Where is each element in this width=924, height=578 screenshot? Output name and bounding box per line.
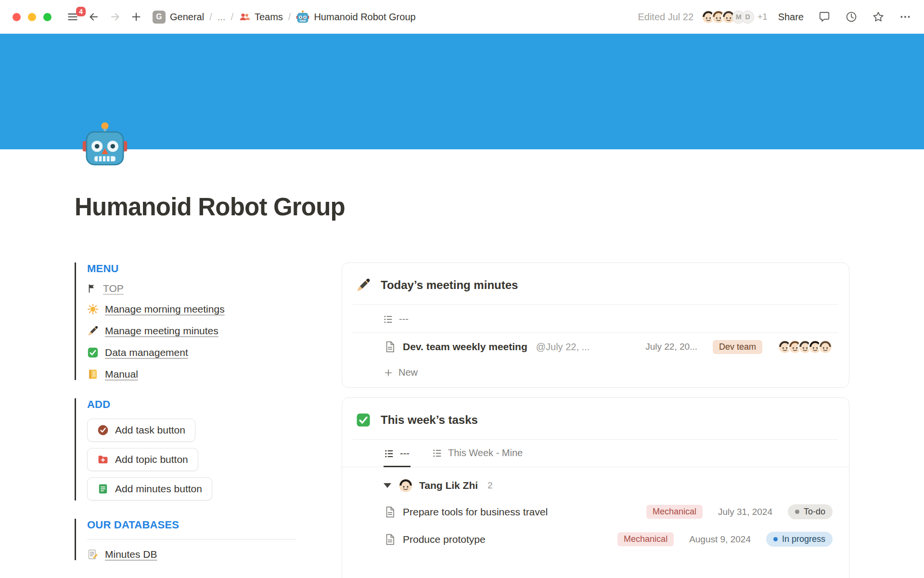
- menu-link-meeting-minutes[interactable]: Manage meeting minutes: [87, 325, 296, 337]
- memo-icon: [87, 549, 99, 560]
- sun-icon: [87, 303, 99, 315]
- card-overflow-spacer: [342, 553, 849, 578]
- category-tag: Mechanical: [646, 505, 703, 519]
- task-title: Produce prototype: [403, 534, 486, 545]
- clock-icon[interactable]: [845, 11, 858, 23]
- button-label: Add topic button: [115, 454, 188, 465]
- sidebar-toggle-button[interactable]: 4: [64, 8, 81, 26]
- add-heading: ADD: [87, 398, 296, 411]
- presence-avatars: M D +1: [701, 10, 768, 24]
- status-dot-icon: [773, 537, 778, 541]
- star-icon[interactable]: [872, 11, 885, 23]
- view-tab-label: This Week - Mine: [448, 447, 523, 459]
- close-window-button[interactable]: [13, 13, 21, 21]
- meeting-date: July 22, 20...: [645, 342, 697, 352]
- breadcrumb-label: ...: [218, 12, 226, 23]
- writing-hand-icon: [87, 325, 99, 337]
- button-label: Add task button: [115, 424, 185, 436]
- meeting-minutes-card-header[interactable]: Today’s meeting minutes: [342, 263, 849, 304]
- writing-hand-icon: [356, 277, 371, 293]
- weekly-tasks-card-header[interactable]: This week’s tasks: [342, 398, 849, 439]
- task-row-properties: Mechanical July 31, 2024 To-do: [646, 504, 833, 519]
- new-row-button[interactable]: New: [342, 361, 849, 387]
- breadcrumb-item-general[interactable]: G General: [153, 11, 204, 24]
- view-tab-label: ---: [400, 448, 410, 459]
- list-view-icon: [384, 315, 393, 324]
- page-icon-robot[interactable]: [81, 121, 128, 169]
- forward-button[interactable]: [106, 8, 124, 26]
- view-tab-label: ---: [399, 314, 409, 325]
- green-note-icon: [97, 483, 109, 495]
- menu-link-top[interactable]: TOP: [87, 283, 296, 294]
- status-label: To-do: [804, 507, 825, 517]
- right-column: Today’s meeting minutes --- Dev. team we…: [342, 263, 849, 578]
- plus-icon: [130, 11, 142, 23]
- presence-overflow-count[interactable]: +1: [757, 12, 768, 22]
- menu-heading: MENU: [87, 263, 296, 275]
- due-date: August 9, 2024: [689, 534, 751, 545]
- user-avatar-letter[interactable]: D: [741, 11, 754, 24]
- breadcrumb-item-teams[interactable]: Teams: [239, 11, 283, 23]
- menu-link-data-management[interactable]: Data management: [87, 347, 296, 358]
- red-folder-icon: [97, 454, 109, 465]
- ledger-icon: [87, 368, 99, 380]
- status-badge: To-do: [788, 504, 833, 519]
- robot-icon: [296, 10, 309, 24]
- breadcrumb-item-page[interactable]: Humanoid Robot Group: [296, 10, 415, 24]
- view-tab-this-week-mine[interactable]: This Week - Mine: [432, 440, 524, 467]
- page-icon: [384, 341, 396, 353]
- left-column: MENU TOP Manage morning meetings Manage …: [75, 263, 296, 578]
- view-tabs: --- This Week - Mine: [342, 440, 849, 467]
- breadcrumb-label: Humanoid Robot Group: [314, 12, 415, 23]
- category-tag: Mechanical: [617, 532, 674, 546]
- titlebar-actions: [818, 11, 911, 23]
- back-arrow-icon: [88, 11, 100, 23]
- menu-link-morning-meetings[interactable]: Manage morning meetings: [87, 303, 296, 315]
- status-label: In progress: [782, 534, 825, 544]
- ellipsis-icon[interactable]: [899, 11, 911, 23]
- new-row-label: New: [398, 367, 418, 378]
- back-button[interactable]: [85, 8, 103, 26]
- add-minutes-button[interactable]: Add minutes button: [87, 477, 212, 500]
- databases-section: OUR DATABASES Minutes DB: [75, 519, 296, 560]
- menu-link-manual[interactable]: Manual: [87, 368, 296, 380]
- menu-link-label: Manual: [105, 368, 138, 380]
- weekly-tasks-card: This week’s tasks --- This Week - Mine: [342, 397, 849, 578]
- attendee-avatar[interactable]: [818, 340, 833, 354]
- database-link-label: Minutes DB: [105, 549, 157, 560]
- linked-view-tab[interactable]: ---: [342, 305, 849, 332]
- meeting-row[interactable]: Dev. team weekly meeting @July 22, ... J…: [342, 333, 849, 361]
- add-task-button[interactable]: Add task button: [87, 419, 195, 442]
- menu-section: MENU TOP Manage morning meetings Manage …: [75, 263, 296, 380]
- meeting-row-properties: July 22, 20... Dev team: [645, 340, 833, 354]
- collapse-toggle-icon[interactable]: [384, 483, 391, 488]
- notification-badge: 4: [76, 7, 86, 16]
- breadcrumb: G General / ... / Teams / Humanoid Robot…: [153, 10, 416, 24]
- share-button[interactable]: Share: [778, 12, 804, 23]
- comment-icon[interactable]: [818, 11, 831, 23]
- add-section: ADD Add task button Add topic button Add…: [75, 398, 296, 500]
- breadcrumb-item-collapsed[interactable]: ...: [218, 12, 226, 23]
- green-check-icon: [356, 412, 371, 428]
- list-view-icon: [385, 449, 394, 459]
- page-icon: [384, 533, 396, 546]
- databases-heading: OUR DATABASES: [87, 519, 296, 531]
- add-topic-button[interactable]: Add topic button: [87, 448, 198, 471]
- window: { "titlebar": { "sidebar_badge": "4", "w…: [0, 0, 924, 578]
- task-row[interactable]: Produce prototype Mechanical August 9, 2…: [342, 525, 849, 553]
- page-icon: [384, 506, 396, 518]
- task-row[interactable]: Prepare tools for business travel Mechan…: [342, 498, 849, 525]
- view-tab-default[interactable]: ---: [384, 440, 411, 467]
- card-title: Today’s meeting minutes: [381, 278, 518, 292]
- edited-timestamp: Edited Jul 22: [638, 12, 693, 23]
- menu-link-label: Data management: [105, 347, 188, 358]
- zoom-window-button[interactable]: [43, 13, 51, 21]
- flag-icon: [87, 284, 97, 293]
- database-link-minutes-db[interactable]: Minutes DB: [87, 549, 296, 560]
- meeting-minutes-card: Today’s meeting minutes --- Dev. team we…: [342, 263, 849, 388]
- new-tab-button[interactable]: [128, 8, 145, 26]
- button-label: Add minutes button: [115, 483, 202, 495]
- breadcrumb-separator: /: [209, 12, 212, 23]
- minimize-window-button[interactable]: [28, 13, 36, 21]
- group-name: Tang Lik Zhi: [419, 480, 478, 491]
